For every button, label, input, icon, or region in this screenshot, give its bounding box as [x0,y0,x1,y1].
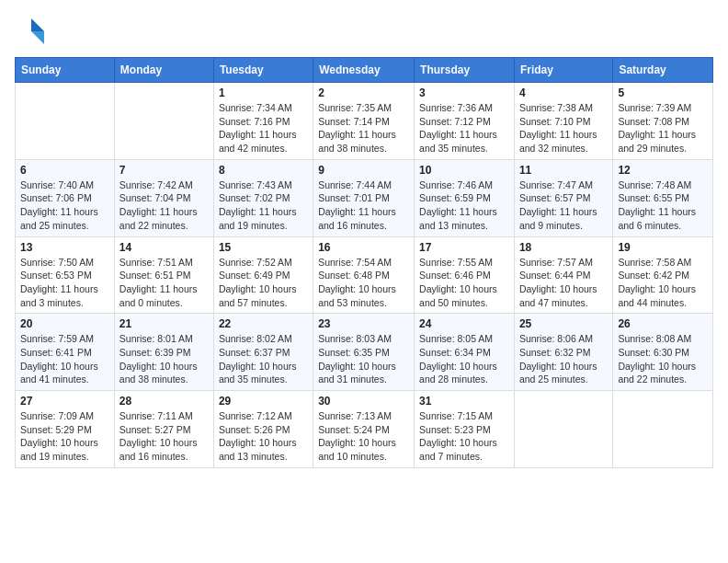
day-info: Sunrise: 7:40 AM Sunset: 7:06 PM Dayligh… [20,178,109,233]
day-number: 4 [519,86,608,99]
day-header-tuesday: Tuesday [213,58,313,83]
day-info: Sunrise: 7:36 AM Sunset: 7:12 PM Dayligh… [419,101,509,155]
day-number: 6 [20,164,109,177]
day-info: Sunrise: 7:12 AM Sunset: 5:26 PM Dayligh… [219,409,308,464]
day-number: 14 [119,241,209,254]
day-number: 30 [318,395,409,408]
day-info: Sunrise: 7:43 AM Sunset: 7:02 PM Dayligh… [219,178,308,233]
day-number: 12 [618,164,708,177]
day-info: Sunrise: 7:13 AM Sunset: 5:24 PM Dayligh… [318,409,409,464]
day-info: Sunrise: 7:42 AM Sunset: 7:04 PM Dayligh… [119,178,209,233]
day-info: Sunrise: 8:05 AM Sunset: 6:34 PM Dayligh… [419,332,509,386]
calendar-cell: 21Sunrise: 8:01 AM Sunset: 6:39 PM Dayli… [114,314,213,391]
calendar-cell: 16Sunrise: 7:54 AM Sunset: 6:48 PM Dayli… [313,236,415,314]
calendar-cell: 18Sunrise: 7:57 AM Sunset: 6:44 PM Dayli… [514,236,612,314]
calendar-cell [613,391,713,468]
logo-icon [15,15,48,48]
day-number: 21 [119,317,209,330]
day-number: 31 [419,395,509,408]
day-info: Sunrise: 8:02 AM Sunset: 6:37 PM Dayligh… [219,332,308,386]
calendar-cell: 31Sunrise: 7:15 AM Sunset: 5:23 PM Dayli… [415,391,515,468]
svg-marker-1 [31,31,44,44]
day-number: 29 [219,395,308,408]
day-info: Sunrise: 7:15 AM Sunset: 5:23 PM Dayligh… [419,409,509,464]
calendar-cell: 14Sunrise: 7:51 AM Sunset: 6:51 PM Dayli… [114,236,213,314]
day-info: Sunrise: 7:54 AM Sunset: 6:48 PM Dayligh… [318,256,409,310]
calendar-cell: 13Sunrise: 7:50 AM Sunset: 6:53 PM Dayli… [16,236,115,314]
day-number: 15 [219,241,308,254]
day-info: Sunrise: 7:57 AM Sunset: 6:44 PM Dayligh… [519,256,608,310]
calendar-week-4: 20Sunrise: 7:59 AM Sunset: 6:41 PM Dayli… [16,314,713,391]
day-number: 2 [318,86,409,99]
day-number: 8 [219,164,308,177]
day-header-wednesday: Wednesday [313,58,415,83]
day-info: Sunrise: 7:52 AM Sunset: 6:49 PM Dayligh… [219,256,308,310]
calendar-cell: 3Sunrise: 7:36 AM Sunset: 7:12 PM Daylig… [415,83,515,160]
day-info: Sunrise: 7:11 AM Sunset: 5:27 PM Dayligh… [119,409,209,464]
day-number: 28 [119,395,209,408]
day-number: 24 [419,317,509,330]
day-info: Sunrise: 7:47 AM Sunset: 6:57 PM Dayligh… [519,178,608,233]
calendar-table: SundayMondayTuesdayWednesdayThursdayFrid… [15,57,713,468]
calendar-cell: 9Sunrise: 7:44 AM Sunset: 7:01 PM Daylig… [313,159,415,236]
day-info: Sunrise: 7:48 AM Sunset: 6:55 PM Dayligh… [618,178,708,233]
calendar-cell: 19Sunrise: 7:58 AM Sunset: 6:42 PM Dayli… [613,236,713,314]
day-info: Sunrise: 7:35 AM Sunset: 7:14 PM Dayligh… [318,101,409,155]
day-info: Sunrise: 8:03 AM Sunset: 6:35 PM Dayligh… [318,332,409,386]
calendar-cell: 1Sunrise: 7:34 AM Sunset: 7:16 PM Daylig… [213,83,313,160]
calendar-body: 1Sunrise: 7:34 AM Sunset: 7:16 PM Daylig… [16,83,713,468]
day-info: Sunrise: 7:38 AM Sunset: 7:10 PM Dayligh… [519,101,608,155]
day-info: Sunrise: 7:44 AM Sunset: 7:01 PM Dayligh… [318,178,409,233]
calendar-cell [114,83,213,160]
calendar-cell: 2Sunrise: 7:35 AM Sunset: 7:14 PM Daylig… [313,83,415,160]
day-number: 10 [419,164,509,177]
calendar-cell: 30Sunrise: 7:13 AM Sunset: 5:24 PM Dayli… [313,391,415,468]
day-header-sunday: Sunday [16,58,115,83]
calendar-cell: 28Sunrise: 7:11 AM Sunset: 5:27 PM Dayli… [114,391,213,468]
day-header-monday: Monday [114,58,213,83]
day-number: 5 [618,86,708,99]
day-info: Sunrise: 7:51 AM Sunset: 6:51 PM Dayligh… [119,256,209,310]
day-number: 7 [119,164,209,177]
day-number: 11 [519,164,608,177]
day-number: 1 [219,86,308,99]
day-number: 20 [20,317,109,330]
calendar-cell: 10Sunrise: 7:46 AM Sunset: 6:59 PM Dayli… [415,159,515,236]
day-headers-row: SundayMondayTuesdayWednesdayThursdayFrid… [16,58,713,83]
calendar-cell: 26Sunrise: 8:08 AM Sunset: 6:30 PM Dayli… [613,314,713,391]
calendar-cell: 29Sunrise: 7:12 AM Sunset: 5:26 PM Dayli… [213,391,313,468]
day-info: Sunrise: 7:34 AM Sunset: 7:16 PM Dayligh… [219,101,308,155]
day-number: 9 [318,164,409,177]
calendar-week-3: 13Sunrise: 7:50 AM Sunset: 6:53 PM Dayli… [16,236,713,314]
day-info: Sunrise: 7:50 AM Sunset: 6:53 PM Dayligh… [20,256,109,310]
calendar-week-2: 6Sunrise: 7:40 AM Sunset: 7:06 PM Daylig… [16,159,713,236]
calendar-week-1: 1Sunrise: 7:34 AM Sunset: 7:16 PM Daylig… [16,83,713,160]
calendar-cell: 23Sunrise: 8:03 AM Sunset: 6:35 PM Dayli… [313,314,415,391]
day-info: Sunrise: 7:55 AM Sunset: 6:46 PM Dayligh… [419,256,509,310]
calendar-cell: 8Sunrise: 7:43 AM Sunset: 7:02 PM Daylig… [213,159,313,236]
svg-marker-0 [31,18,44,31]
day-info: Sunrise: 8:06 AM Sunset: 6:32 PM Dayligh… [519,332,608,386]
calendar-cell: 24Sunrise: 8:05 AM Sunset: 6:34 PM Dayli… [415,314,515,391]
calendar-cell: 15Sunrise: 7:52 AM Sunset: 6:49 PM Dayli… [213,236,313,314]
calendar-cell: 22Sunrise: 8:02 AM Sunset: 6:37 PM Dayli… [213,314,313,391]
calendar-cell: 4Sunrise: 7:38 AM Sunset: 7:10 PM Daylig… [514,83,612,160]
day-number: 13 [20,241,109,254]
calendar-cell [514,391,612,468]
day-number: 25 [519,317,608,330]
calendar-header: SundayMondayTuesdayWednesdayThursdayFrid… [16,58,713,83]
calendar-cell: 11Sunrise: 7:47 AM Sunset: 6:57 PM Dayli… [514,159,612,236]
day-number: 16 [318,241,409,254]
calendar-cell: 12Sunrise: 7:48 AM Sunset: 6:55 PM Dayli… [613,159,713,236]
day-info: Sunrise: 7:39 AM Sunset: 7:08 PM Dayligh… [618,101,708,155]
calendar-cell: 6Sunrise: 7:40 AM Sunset: 7:06 PM Daylig… [16,159,115,236]
header [15,15,713,48]
calendar-cell: 27Sunrise: 7:09 AM Sunset: 5:29 PM Dayli… [16,391,115,468]
day-header-friday: Friday [514,58,612,83]
calendar-cell: 7Sunrise: 7:42 AM Sunset: 7:04 PM Daylig… [114,159,213,236]
day-number: 3 [419,86,509,99]
day-info: Sunrise: 7:09 AM Sunset: 5:29 PM Dayligh… [20,409,109,464]
day-info: Sunrise: 7:46 AM Sunset: 6:59 PM Dayligh… [419,178,509,233]
day-info: Sunrise: 7:59 AM Sunset: 6:41 PM Dayligh… [20,332,109,386]
day-info: Sunrise: 7:58 AM Sunset: 6:42 PM Dayligh… [618,256,708,310]
